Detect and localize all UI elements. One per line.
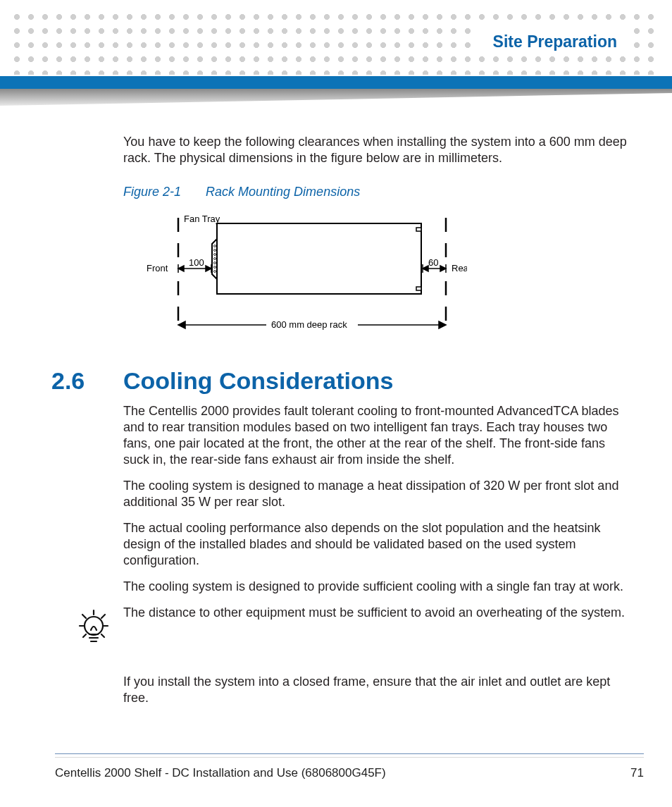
page: Site Preparation You have to keep the fo… — [0, 0, 672, 807]
lightbulb-icon — [77, 608, 111, 653]
rack-diagram-svg: Fan Tray Front Rear 100 — [143, 211, 467, 345]
label-front: Front — [147, 263, 168, 273]
section-heading: 2.6 Cooling Considerations — [51, 367, 627, 395]
label-rack-depth: 600 mm deep rack — [271, 319, 347, 330]
label-fan-tray: Fan Tray — [184, 214, 220, 224]
cooling-para-4: The cooling system is designed to provid… — [123, 579, 627, 595]
svg-line-41 — [101, 634, 104, 637]
cooling-para-1: The Centellis 2000 provides fault tolera… — [123, 403, 627, 468]
header-blue-bar — [0, 76, 672, 89]
svg-marker-21 — [440, 266, 446, 271]
figure-caption: Figure 2-1 Rack Mounting Dimensions — [123, 185, 627, 199]
tip-paragraph: The distance to other equipment must be … — [123, 605, 627, 621]
svg-rect-1 — [217, 223, 421, 294]
chapter-title: Site Preparation — [473, 28, 630, 56]
section-number: 2.6 — [51, 367, 123, 395]
figure-diagram: Fan Tray Front Rear 100 — [143, 211, 627, 347]
footer-doc-title: Centellis 2000 Shelf - DC Installation a… — [55, 766, 386, 780]
footer: Centellis 2000 Shelf - DC Installation a… — [55, 766, 644, 780]
svg-marker-31 — [178, 321, 185, 328]
svg-line-37 — [101, 615, 105, 618]
footer-separator — [55, 753, 644, 758]
svg-line-40 — [83, 634, 86, 637]
svg-marker-15 — [178, 266, 184, 271]
cooling-para-2: The cooling system is designed to manage… — [123, 478, 627, 510]
tip-row: The distance to other equipment must be … — [77, 605, 627, 653]
content-column: You have to keep the following clearance… — [123, 124, 627, 716]
header-grey-wedge — [0, 89, 672, 107]
figure-number: Figure 2-1 — [123, 185, 181, 199]
figure-title: Rack Mounting Dimensions — [206, 185, 360, 199]
section-title: Cooling Considerations — [123, 367, 393, 395]
label-rear-dim: 60 — [428, 257, 438, 268]
svg-line-36 — [82, 615, 86, 618]
label-rear: Rear — [452, 263, 467, 273]
intro-paragraph: You have to keep the following clearance… — [123, 134, 627, 166]
svg-marker-20 — [423, 266, 428, 271]
svg-rect-11 — [416, 287, 421, 290]
footer-page-number: 71 — [630, 766, 644, 780]
svg-marker-0 — [0, 89, 672, 106]
svg-rect-10 — [416, 228, 421, 231]
svg-marker-16 — [206, 266, 211, 271]
cooling-para-3: The actual cooling performance also depe… — [123, 520, 627, 569]
label-front-dim: 100 — [189, 257, 204, 268]
svg-marker-32 — [439, 321, 446, 328]
after-tip-paragraph: If you install the system into a closed … — [123, 674, 627, 706]
